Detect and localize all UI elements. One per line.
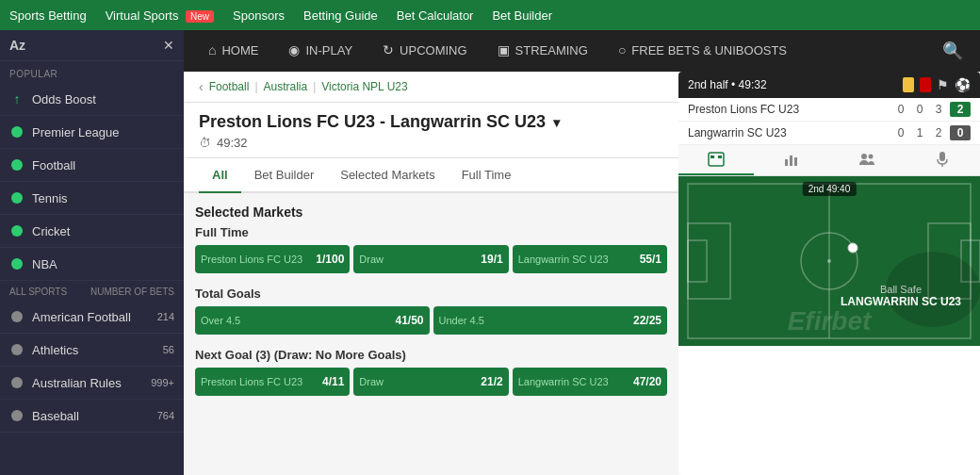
svg-point-7: [869, 155, 874, 159]
score-row-home: Preston Lions FC U23 0 0 3 2: [678, 98, 980, 122]
stats-icon-microphone[interactable]: [905, 145, 980, 175]
home-icon: ⌂: [208, 42, 216, 57]
live-panel: 2nd half • 49:32 ⚑ ⚽ Preston Lions FC U2: [678, 72, 980, 475]
betting-guide-link[interactable]: Betting Guide: [303, 8, 378, 23]
sport-icon: [9, 124, 24, 139]
sidebar-item-american-football[interactable]: American Football 214: [0, 301, 184, 334]
bet-calculator-link[interactable]: Bet Calculator: [397, 8, 474, 23]
nav-upcoming[interactable]: ↻ UPCOMING: [368, 30, 482, 72]
bet-count: 764: [157, 410, 174, 421]
odds-next-away[interactable]: Langwarrin SC U23 47/20: [513, 368, 667, 396]
sidebar-item-label: Cricket: [32, 224, 174, 238]
sidebar-item-label: Premier League: [32, 125, 174, 139]
odds-away[interactable]: Langwarrin SC U23 55/1: [513, 245, 667, 273]
breadcrumb-sep: |: [313, 80, 316, 93]
odds-home[interactable]: Preston Lions FC U23 1/100: [195, 245, 350, 273]
sidebar-item-athletics[interactable]: Athletics 56: [0, 334, 184, 367]
pitch-visualization: 2nd 49:40 Ball Safe LANGWARRIN SC U23 Ef…: [678, 176, 980, 346]
svg-point-6: [861, 154, 867, 159]
nav-in-play[interactable]: ◉ IN-PLAY: [273, 30, 368, 72]
odds-over[interactable]: Over 4.5 41/50: [195, 306, 430, 335]
free-bets-icon: ○: [618, 42, 626, 57]
back-icon[interactable]: ‹: [199, 79, 204, 94]
virtual-sports-link[interactable]: Virtual Sports New: [106, 8, 214, 23]
nav-free-bets[interactable]: ○ FREE BETS & UNIBOOSTS: [603, 30, 802, 72]
sidebar-item-label: American Football: [32, 310, 150, 324]
sidebar-item-premier-league[interactable]: Premier League: [0, 116, 184, 149]
search-button[interactable]: 🔍: [935, 41, 971, 61]
tab-all[interactable]: All: [199, 158, 241, 193]
nav-streaming[interactable]: ▣ STREAMING: [482, 30, 603, 72]
odds-draw[interactable]: Draw 19/1: [353, 245, 508, 273]
match-title: Preston Lions FC U23 - Langwarrin SC U23…: [199, 112, 663, 132]
number-of-bets-label: NUMBER OF BETS: [90, 287, 174, 297]
odds-next-draw[interactable]: Draw 21/2: [353, 368, 508, 396]
sidebar-item-football[interactable]: Football: [0, 149, 184, 182]
total-goals-odds: Over 4.5 41/50 Under 4.5 22/25: [195, 306, 667, 335]
total-goals-title: Total Goals: [195, 287, 667, 301]
tab-selected-markets[interactable]: Selected Markets: [327, 158, 448, 193]
sidebar-item-baseball[interactable]: Baseball 764: [0, 400, 184, 433]
stats-icon-scoreboard[interactable]: [678, 145, 754, 175]
american-football-icon: [9, 309, 24, 324]
breadcrumb-football[interactable]: Football: [209, 80, 250, 93]
score-cell: 2: [929, 126, 948, 139]
next-goal-market: Next Goal (3) (Draw: No More Goals) Pres…: [195, 348, 667, 396]
score-cell: 0: [891, 103, 910, 116]
bet-builder-link[interactable]: Bet Builder: [492, 8, 552, 23]
baseball-icon: [9, 408, 24, 423]
sponsors-link[interactable]: Sponsors: [233, 8, 285, 23]
tab-full-time[interactable]: Full Time: [449, 158, 525, 193]
odds-under[interactable]: Under 4.5 22/25: [433, 306, 668, 335]
sidebar-item-cricket[interactable]: Cricket: [0, 215, 184, 248]
stats-icon-chart[interactable]: [754, 145, 829, 175]
sidebar-item-australian-rules[interactable]: Australian Rules 999+: [0, 367, 184, 400]
clock-icon: ⏱: [199, 136, 211, 150]
section-title: Selected Markets: [195, 197, 667, 225]
sidebar-item-label: Australian Rules: [32, 376, 143, 390]
svg-rect-8: [939, 152, 945, 161]
svg-rect-5: [794, 157, 797, 166]
stats-icon-players[interactable]: [829, 145, 905, 175]
bet-count: 56: [163, 344, 174, 355]
nav-home[interactable]: ⌂ HOME: [193, 30, 273, 72]
stats-icons-row: [678, 145, 980, 176]
boost-icon: ↑: [9, 91, 24, 106]
football-ball-icon: ⚽: [955, 77, 971, 92]
upcoming-icon: ↻: [383, 42, 394, 57]
bet-count: 999+: [151, 377, 174, 388]
match-main: ‹ Football | Australia | Victoria NPL U2…: [184, 72, 678, 475]
safe-text: Ball Safe: [841, 284, 961, 295]
svg-point-14: [827, 259, 831, 263]
score-cell: 0: [910, 103, 929, 116]
sidebar-item-label: Athletics: [32, 343, 155, 357]
sidebar-item-odds-boost[interactable]: ↑ Odds Boost: [0, 83, 184, 116]
sidebar-item-label: NBA: [32, 257, 174, 271]
match-dropdown-icon[interactable]: ▾: [553, 115, 560, 130]
filter-icon[interactable]: ✕: [163, 38, 174, 53]
sidebar-item-nba[interactable]: NBA: [0, 248, 184, 281]
tab-bet-builder[interactable]: Bet Builder: [241, 158, 328, 193]
odds-next-home[interactable]: Preston Lions FC U23 4/11: [195, 368, 350, 396]
breadcrumb-competition[interactable]: Victoria NPL U23: [321, 80, 407, 93]
breadcrumb-sep: |: [254, 80, 257, 93]
live-header: 2nd half • 49:32 ⚑ ⚽: [678, 72, 980, 98]
next-goal-odds: Preston Lions FC U23 4/11 Draw 21/2 Lang…: [195, 368, 667, 396]
sports-betting-link[interactable]: Sports Betting: [9, 8, 87, 23]
cricket-icon: [9, 223, 24, 238]
full-time-odds: Preston Lions FC U23 1/100 Draw 19/1 Lan…: [195, 245, 667, 273]
sidebar-item-tennis[interactable]: Tennis: [0, 182, 184, 215]
svg-rect-4: [790, 156, 792, 166]
half-badge: 2nd 49:40: [803, 182, 857, 196]
breadcrumb-australia[interactable]: Australia: [264, 80, 308, 93]
match-time: ⏱ 49:32: [199, 136, 663, 150]
score-row-away: Langwarrin SC U23 0 1 2 0: [678, 122, 980, 145]
score-cell: 1: [910, 126, 929, 139]
score-cell: 3: [929, 103, 948, 116]
markets-area: Selected Markets Full Time Preston Lions…: [184, 193, 678, 418]
current-score-away: 0: [950, 125, 971, 140]
svg-rect-0: [709, 153, 724, 166]
match-header: Preston Lions FC U23 - Langwarrin SC U23…: [184, 103, 678, 158]
home-team: Preston Lions FC U23: [688, 103, 891, 116]
red-card-icon: [920, 77, 931, 92]
